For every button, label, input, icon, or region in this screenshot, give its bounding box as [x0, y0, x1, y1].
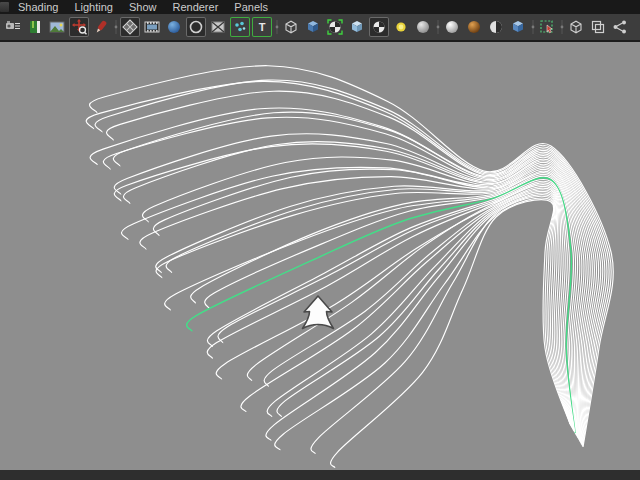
shaded-display-icon[interactable]: [164, 17, 184, 37]
menu-icon-partial: [0, 2, 9, 12]
wireframe-display-icon[interactable]: [281, 17, 301, 37]
grid-toggle-icon[interactable]: [120, 17, 140, 37]
menu-item-shading[interactable]: Shading: [18, 0, 58, 14]
use-default-material-icon[interactable]: [369, 17, 389, 37]
toolbar-separator: [558, 17, 565, 37]
menu-item-panels[interactable]: Panels: [234, 0, 268, 14]
svg-text:T: T: [259, 21, 266, 33]
toolbar-separator: [529, 17, 536, 37]
bottom-bar: [0, 470, 640, 480]
toolbar-separator: [112, 17, 119, 37]
hair-guide-curve[interactable]: [241, 190, 572, 429]
gate-mask-icon[interactable]: [208, 17, 228, 37]
hair-guide-curve[interactable]: [218, 181, 574, 431]
pan-zoom-tool-icon[interactable]: [69, 17, 89, 37]
texture-display-icon[interactable]: T: [252, 17, 272, 37]
scene-view-icon[interactable]: [566, 17, 586, 37]
half-shaded-icon[interactable]: [486, 17, 506, 37]
hair-guide-curve[interactable]: [207, 183, 574, 431]
viewport[interactable]: [0, 42, 640, 470]
shaded-sphere-icon[interactable]: [442, 17, 462, 37]
particle-display-icon[interactable]: [230, 17, 250, 37]
xray-display-icon[interactable]: [508, 17, 528, 37]
textured-shade-icon[interactable]: [347, 17, 367, 37]
brush-cursor-icon: [303, 296, 334, 329]
flat-lighting-icon[interactable]: [413, 17, 433, 37]
hair-guide-curve[interactable]: [205, 176, 576, 434]
maya-panel: Shading Lighting Show Renderer Panels T: [0, 0, 640, 480]
panel-menu-bar: Shading Lighting Show Renderer Panels: [0, 0, 640, 14]
toolbar-separator: [273, 17, 280, 37]
hair-guide-curve[interactable]: [140, 166, 586, 438]
hair-guide-curve[interactable]: [113, 112, 602, 443]
hair-guide-curves-canvas: [0, 42, 640, 470]
panel-toolbar: T: [0, 14, 640, 40]
smooth-shade-icon[interactable]: [303, 17, 323, 37]
image-plane-icon[interactable]: [47, 17, 67, 37]
menu-item-lighting[interactable]: Lighting: [74, 0, 113, 14]
menu-item-show[interactable]: Show: [129, 0, 157, 14]
toolbar-separator: [434, 17, 441, 37]
camera-attributes-icon[interactable]: [3, 17, 23, 37]
bookmarks-icon[interactable]: [25, 17, 45, 37]
isolate-select-icon[interactable]: [537, 17, 557, 37]
resolution-gate-icon[interactable]: [186, 17, 206, 37]
hair-guide-curve[interactable]: [331, 200, 570, 468]
hair-guide-curve[interactable]: [153, 164, 588, 438]
textured-sphere-icon[interactable]: [464, 17, 484, 37]
grease-pencil-icon[interactable]: [91, 17, 111, 37]
share-panel-icon[interactable]: [610, 17, 630, 37]
hair-guide-curve[interactable]: [166, 169, 582, 436]
menu-item-renderer[interactable]: Renderer: [172, 0, 218, 14]
hair-guide-curve[interactable]: [207, 179, 574, 432]
default-material-icon[interactable]: [325, 17, 345, 37]
lighting-icon[interactable]: [391, 17, 411, 37]
duplicate-panel-icon[interactable]: [588, 17, 608, 37]
film-gate-icon[interactable]: [142, 17, 162, 37]
